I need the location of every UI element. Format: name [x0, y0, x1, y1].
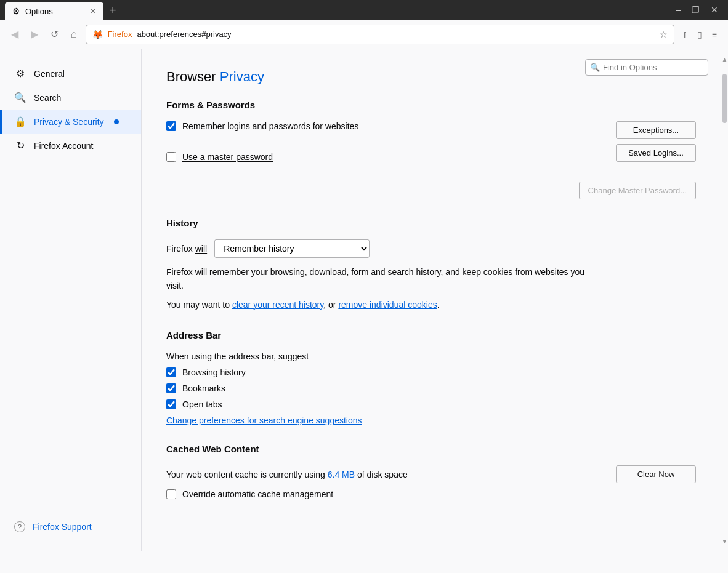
minimize-button[interactable]: –	[671, 2, 686, 17]
find-input-wrapper: 🔍	[585, 59, 708, 76]
forward-button[interactable]: ▶	[27, 26, 42, 42]
cached-content-title: Cached Web Content	[166, 444, 696, 457]
change-prefs-link[interactable]: Change preferences for search engine sug…	[166, 415, 362, 425]
address-bar-section: Address Bar When using the address bar, …	[166, 330, 696, 425]
scroll-thumb[interactable]	[722, 74, 727, 123]
sidebar-item-firefox-account[interactable]: ↻ Firefox Account	[0, 134, 141, 158]
content-area: 🔍 Browser Privacy Forms & Passwords Reme…	[142, 49, 721, 551]
sidebar-item-privacy[interactable]: 🔒 Privacy & Security	[0, 110, 141, 134]
override-cache-checkbox[interactable]	[166, 489, 176, 499]
scroll-track[interactable]	[721, 69, 728, 531]
history-section: History Firefox will Remember history Ne…	[166, 218, 696, 311]
menu-icon[interactable]: ≡	[708, 27, 721, 42]
browsing-history-label[interactable]: Browsing history	[182, 367, 246, 377]
library-icon[interactable]: ⫿	[679, 27, 691, 42]
cache-description: Your web content cache is currently usin…	[166, 470, 408, 479]
remember-logins-checkbox[interactable]	[166, 121, 176, 131]
override-cache-row: Override automatic cache management	[166, 489, 696, 499]
tab-icon: ⚙	[12, 6, 20, 16]
forms-buttons: Exceptions... Saved Logins... Change Mas…	[579, 121, 696, 199]
sidebar-item-support[interactable]: ? Firefox Support	[0, 515, 141, 539]
exceptions-button[interactable]: Exceptions...	[616, 121, 696, 139]
restore-button[interactable]: ❐	[687, 2, 705, 17]
master-password-checkbox[interactable]	[166, 152, 176, 162]
firefox-will-underline: will	[195, 244, 207, 254]
sidebar-toggle-icon[interactable]: ▯	[694, 27, 706, 42]
suggest-label: When using the address bar, suggest	[166, 351, 696, 361]
home-button[interactable]: ⌂	[67, 26, 81, 42]
bookmarks-label[interactable]: Bookmarks	[182, 383, 225, 393]
scrollbar[interactable]: ▲ ▼	[721, 49, 728, 551]
sidebar-item-general-label: General	[34, 69, 65, 79]
main-layout: ⚙ General 🔍 Search 🔒 Privacy & Security …	[0, 49, 728, 551]
master-password-row: Use a master password	[166, 152, 358, 162]
firefox-will-text: Firefox will	[166, 244, 207, 254]
bookmark-star-icon[interactable]: ☆	[660, 30, 668, 39]
sidebar-item-general[interactable]: ⚙ General	[0, 62, 141, 86]
browsing-history-checkbox[interactable]	[166, 367, 176, 377]
lock-icon: 🔒	[14, 116, 26, 127]
navbar: ◀ ▶ ↺ ⌂ 🦊 Firefox about:preferences#priv…	[0, 20, 728, 49]
active-tab[interactable]: ⚙ Options ✕	[5, 2, 103, 20]
sync-icon: ↻	[14, 140, 26, 151]
open-tabs-label[interactable]: Open tabs	[182, 399, 222, 409]
history-links-row: You may want to clear your recent histor…	[166, 298, 585, 311]
forms-left: Remember logins and passwords for websit…	[166, 121, 358, 168]
gear-icon: ⚙	[14, 68, 26, 79]
master-password-label[interactable]: Use a master password	[182, 152, 273, 162]
titlebar: ⚙ Options ✕ + – ❐ ✕	[0, 0, 728, 20]
open-tabs-row: Open tabs	[166, 399, 696, 409]
find-input[interactable]	[585, 59, 708, 76]
address-bar-title: Address Bar	[166, 330, 696, 343]
sidebar-item-search-label: Search	[34, 93, 61, 103]
browsing-history-row: Browsing history	[166, 367, 696, 377]
sidebar-item-privacy-label: Privacy & Security	[34, 117, 104, 127]
new-tab-button[interactable]: +	[103, 1, 123, 20]
or-text: , or	[323, 300, 338, 310]
remember-logins-row: Remember logins and passwords for websit…	[166, 121, 358, 131]
override-cache-label[interactable]: Override automatic cache management	[182, 489, 333, 499]
remove-cookies-link[interactable]: remove individual cookies	[338, 300, 437, 310]
bookmarks-checkbox[interactable]	[166, 383, 176, 393]
page-title-word2: Privacy	[220, 69, 264, 84]
cached-content-section: Cached Web Content Your web content cach…	[166, 444, 696, 499]
history-dropdown-row: Firefox will Remember history Never reme…	[166, 239, 696, 258]
search-icon: 🔍	[14, 92, 26, 103]
forms-passwords-section: Forms & Passwords Remember logins and pa…	[166, 100, 696, 199]
bookmarks-row: Bookmarks	[166, 383, 696, 393]
sidebar: ⚙ General 🔍 Search 🔒 Privacy & Security …	[0, 49, 142, 551]
content-bottom	[166, 518, 696, 542]
sidebar-bottom: ? Firefox Support	[0, 515, 141, 539]
active-indicator	[114, 119, 119, 124]
cache-row: Your web content cache is currently usin…	[166, 465, 696, 483]
firefox-label: Firefox	[108, 30, 132, 39]
cache-desc-pre: Your web content cache is currently usin…	[166, 470, 328, 479]
history-title: History	[166, 218, 696, 231]
page-title-word1: Browser	[166, 69, 216, 84]
url-bar[interactable]: 🦊 Firefox about:preferences#privacy ☆	[86, 25, 674, 44]
find-bar: 🔍	[585, 59, 708, 76]
forms-passwords-title: Forms & Passwords	[166, 100, 696, 113]
remember-logins-label[interactable]: Remember logins and passwords for websit…	[182, 121, 358, 131]
open-tabs-checkbox[interactable]	[166, 399, 176, 409]
you-may-text: You may want to	[166, 300, 232, 310]
close-button[interactable]: ✕	[706, 2, 723, 17]
sidebar-item-search[interactable]: 🔍 Search	[0, 86, 141, 110]
saved-logins-button[interactable]: Saved Logins...	[616, 144, 696, 162]
period: .	[437, 300, 440, 310]
history-dropdown[interactable]: Remember history Never remember history …	[214, 239, 370, 258]
clear-now-button[interactable]: Clear Now	[616, 465, 696, 483]
sidebar-item-firefox-account-label: Firefox Account	[34, 141, 94, 151]
window-controls: – ❐ ✕	[671, 2, 723, 17]
clear-history-link[interactable]: clear your recent history	[232, 300, 323, 310]
tab-title: Options	[25, 7, 53, 16]
scroll-up-button[interactable]: ▲	[721, 49, 728, 69]
back-button[interactable]: ◀	[7, 26, 22, 42]
help-icon: ?	[14, 521, 25, 532]
nav-right-icons: ⫿ ▯ ≡	[679, 27, 721, 42]
reload-button[interactable]: ↺	[47, 26, 62, 42]
tab-close-button[interactable]: ✕	[90, 7, 96, 15]
cache-desc-post: of disk space	[355, 470, 408, 479]
change-master-password-button[interactable]: Change Master Password...	[579, 182, 696, 199]
scroll-down-button[interactable]: ▼	[721, 531, 728, 551]
